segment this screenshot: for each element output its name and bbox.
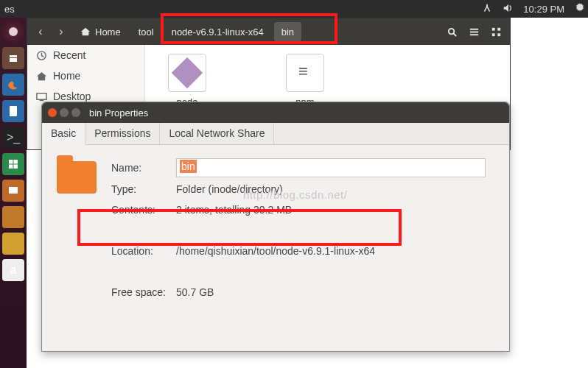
window-title: bin Properties [89,107,148,118]
launcher-dash-icon[interactable] [2,21,24,43]
launcher-terminal-icon[interactable]: >_ [2,127,24,149]
svg-rect-3 [10,58,17,62]
svg-rect-21 [40,99,44,101]
network-icon[interactable] [482,3,492,15]
binary-icon [168,54,206,92]
svg-rect-2 [10,55,17,57]
sidebar-item-recent[interactable]: Recent [27,45,144,66]
breadcrumb-bin[interactable]: bin [274,22,301,41]
launcher-impress-icon[interactable] [2,180,24,202]
minimize-icon[interactable] [60,108,69,117]
svg-rect-12 [469,28,477,29]
svg-rect-9 [9,187,18,194]
svg-rect-18 [497,33,500,36]
breadcrumb-home[interactable]: Home [73,22,128,41]
launcher-calc-icon[interactable] [2,153,24,175]
free-value: 50.7 GB [176,286,214,298]
svg-rect-13 [469,31,477,32]
breadcrumb-home-label: Home [95,26,121,38]
search-icon[interactable] [442,22,461,41]
name-field[interactable]: bin [176,158,486,177]
clock[interactable]: 10:29 PM [523,4,564,15]
forward-button[interactable]: › [52,21,70,42]
file-manager-toolbar: ‹ › Home tool node-v6.9.1-linux-x64 bin [27,18,510,45]
tab-bar: Basic Permissions Local Network Share [42,123,509,145]
list-view-icon[interactable] [464,22,483,41]
type-label: Type: [111,183,176,195]
launcher-writer-icon[interactable] [2,100,24,122]
panel-left-label: es [4,4,15,15]
titlebar[interactable]: bin Properties [42,102,509,123]
tab-permissions[interactable]: Permissions [85,123,160,144]
svg-rect-14 [469,34,477,35]
contents-value: 2 items, totalling 30.2 MB [176,204,292,216]
sidebar-item-home[interactable]: Home [27,66,144,86]
type-value: Folder (inode/directory) [176,183,283,195]
clock-icon [36,50,47,61]
svg-point-1 [9,27,18,36]
contents-label: Contents: [111,204,176,216]
launcher: >_ a [0,18,27,368]
back-button[interactable]: ‹ [32,21,49,42]
maximize-icon[interactable] [71,108,80,117]
script-icon [286,54,324,92]
folder-icon [57,161,97,194]
name-label: Name: [111,162,176,174]
breadcrumb-tool[interactable]: tool [131,22,161,41]
launcher-firefox-icon[interactable] [2,74,24,96]
launcher-app1-icon[interactable] [2,206,24,228]
properties-body: Name: bin Type: Folder (inode/directory)… [42,145,509,317]
launcher-amazon-icon[interactable]: a [2,259,24,281]
close-icon[interactable] [48,108,57,117]
system-tray: 10:29 PM [482,0,585,18]
svg-rect-15 [491,27,494,30]
gear-icon[interactable] [575,3,585,15]
launcher-app2-icon[interactable] [2,233,24,255]
tab-lns[interactable]: Local Network Share [160,123,274,144]
right-margin [511,18,588,368]
volume-icon[interactable] [503,3,513,15]
location-label: Location: [111,245,176,257]
tab-basic[interactable]: Basic [42,123,85,145]
svg-rect-16 [497,27,500,30]
svg-rect-20 [37,93,46,99]
grid-view-icon[interactable] [486,22,505,41]
launcher-files-icon[interactable] [2,47,24,69]
location-value: /home/qishuixian/tool/node-v6.9.1-linux-… [176,245,375,257]
properties-dialog: bin Properties Basic Permissions Local N… [41,102,510,352]
svg-line-11 [453,33,456,36]
free-label: Free space: [111,286,176,298]
svg-rect-5 [10,106,17,116]
home-icon [36,71,47,82]
svg-point-10 [448,28,454,34]
breadcrumb-node[interactable]: node-v6.9.1-linux-x64 [164,22,271,41]
desktop-icon [36,91,47,102]
svg-rect-17 [491,33,494,36]
